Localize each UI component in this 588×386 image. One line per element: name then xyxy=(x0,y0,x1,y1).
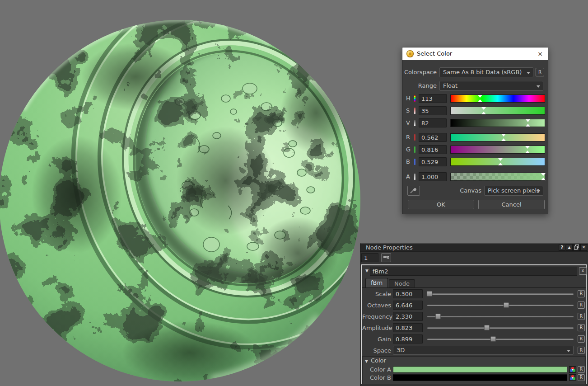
dialog-title: Select Color xyxy=(417,50,452,57)
color-b-row: Color B R xyxy=(362,374,586,381)
param-row-amplitude: Amplitude 0.823 R xyxy=(362,323,586,333)
range-label: Range xyxy=(402,81,437,91)
slider-handle[interactable] xyxy=(426,291,432,297)
range-dropdown[interactable]: Float xyxy=(439,81,543,91)
reset-button[interactable]: R xyxy=(578,301,585,309)
reset-button[interactable]: R xyxy=(578,366,585,373)
value-value-field[interactable]: 82 xyxy=(419,118,447,127)
slider-marker-bottom[interactable] xyxy=(526,124,530,127)
frequency-slider[interactable] xyxy=(426,312,574,321)
octaves-slider[interactable] xyxy=(426,301,574,310)
cancel-button[interactable]: Cancel xyxy=(478,200,545,209)
reset-button[interactable]: R xyxy=(578,290,585,297)
reset-button[interactable]: R xyxy=(578,374,585,381)
max-panels-field[interactable]: 1 xyxy=(361,253,378,262)
slider-marker-top[interactable] xyxy=(541,173,546,176)
reset-button[interactable]: R xyxy=(578,313,585,320)
param-label: Frequency xyxy=(362,312,391,321)
saturation-value-field[interactable]: 35 xyxy=(419,106,447,115)
colorspace-value: Same As 8 bit Data (sRGB) xyxy=(443,69,522,75)
color-b-swatch[interactable] xyxy=(393,374,567,381)
slider-handle[interactable] xyxy=(504,302,509,308)
color-group-header[interactable]: ▼Color xyxy=(365,357,386,364)
red-value-field[interactable]: 0.562 xyxy=(419,133,447,142)
color-a-swatch[interactable] xyxy=(393,366,567,373)
panel-title: Node Properties xyxy=(366,244,413,251)
dialog-titlebar[interactable]: Select Color × xyxy=(402,47,548,60)
value-channel-row: V 82 xyxy=(402,118,549,127)
reset-button[interactable]: R xyxy=(578,335,585,343)
slider-marker-bottom[interactable] xyxy=(498,163,503,165)
scale-value-field[interactable]: 0.300 xyxy=(393,289,423,298)
slider-handle[interactable] xyxy=(484,325,490,331)
slider-handle[interactable] xyxy=(435,314,441,320)
octaves-value-field[interactable]: 6.646 xyxy=(393,301,423,310)
alpha-gradient xyxy=(451,173,545,180)
reset-button[interactable]: R xyxy=(578,347,585,354)
red-gradient xyxy=(451,134,545,141)
slider-marker-bottom[interactable] xyxy=(541,178,546,180)
slider-marker-bottom[interactable] xyxy=(481,112,486,114)
scale-slider[interactable] xyxy=(426,289,574,299)
eyedropper-button[interactable] xyxy=(407,186,420,196)
gain-value-field[interactable]: 0.899 xyxy=(393,334,423,344)
slider-marker-top[interactable] xyxy=(498,158,503,161)
color-wheel-icon[interactable] xyxy=(569,374,576,381)
red-channel-row: R 0.562 xyxy=(402,133,549,142)
clear-panels-button[interactable] xyxy=(381,253,391,262)
alpha-value-field[interactable]: 1.000 xyxy=(419,172,447,181)
slider-marker-top[interactable] xyxy=(525,146,530,149)
alpha-channel-row: A 1.000 xyxy=(402,172,549,181)
frequency-value-field[interactable]: 2.330 xyxy=(393,312,423,321)
hue-indicator-icon xyxy=(414,95,415,102)
value-gradient xyxy=(451,119,545,127)
panel-header[interactable]: Node Properties ? ▲ ✕ xyxy=(360,243,588,252)
space-dropdown[interactable]: 3D xyxy=(393,346,574,355)
alpha-slider[interactable] xyxy=(450,173,545,181)
param-row-frequency: Frequency 2.330 R xyxy=(362,312,586,321)
red-indicator-icon xyxy=(414,134,415,141)
value-indicator-icon xyxy=(414,120,415,126)
space-value: 3D xyxy=(397,347,405,353)
ok-button[interactable]: OK xyxy=(408,200,474,209)
tab-node[interactable]: Node xyxy=(389,279,415,287)
slider-marker-top[interactable] xyxy=(526,119,530,122)
channel-label: A xyxy=(406,172,413,181)
canvas-label: Canvas xyxy=(448,186,481,196)
blue-slider[interactable] xyxy=(450,158,545,166)
colorspace-dropdown[interactable]: Same As 8 bit Data (sRGB) xyxy=(439,67,533,77)
slider-marker-top[interactable] xyxy=(481,107,486,110)
canvas-dropdown[interactable]: Pick screen pixels xyxy=(484,186,543,196)
value-slider[interactable] xyxy=(450,119,545,127)
gain-slider[interactable] xyxy=(426,334,574,344)
node-name-field[interactable]: fBm2 xyxy=(370,267,577,276)
reset-button[interactable]: R xyxy=(578,324,585,331)
slider-marker-bottom[interactable] xyxy=(478,99,482,102)
float-window-icon[interactable] xyxy=(573,244,580,251)
slider-marker-top[interactable] xyxy=(478,95,482,98)
green-slider[interactable] xyxy=(450,146,545,154)
red-slider[interactable] xyxy=(450,133,545,141)
collapse-triangle-icon[interactable]: ▼ xyxy=(365,268,369,273)
saturation-indicator-icon xyxy=(414,108,415,114)
minimize-icon[interactable]: ▲ xyxy=(566,244,573,251)
close-icon[interactable]: × xyxy=(535,49,545,59)
slider-marker-bottom[interactable] xyxy=(501,138,506,141)
hue-value-field[interactable]: 113 xyxy=(419,94,447,103)
channel-label: V xyxy=(406,118,413,127)
close-node-panel-button[interactable]: x xyxy=(579,267,587,275)
amplitude-value-field[interactable]: 0.823 xyxy=(393,323,423,332)
close-panel-icon[interactable]: ✕ xyxy=(580,244,587,251)
saturation-slider[interactable] xyxy=(450,107,545,115)
green-value-field[interactable]: 0.816 xyxy=(419,145,447,154)
slider-marker-bottom[interactable] xyxy=(525,151,530,153)
slider-marker-top[interactable] xyxy=(501,134,506,137)
hue-slider[interactable] xyxy=(450,94,545,103)
slider-handle[interactable] xyxy=(490,336,496,342)
amplitude-slider[interactable] xyxy=(426,323,574,333)
tab-fbm[interactable]: fBm xyxy=(365,278,388,287)
help-icon[interactable]: ? xyxy=(559,244,565,251)
color-wheel-icon[interactable] xyxy=(569,366,576,373)
colorspace-reset-button[interactable]: R xyxy=(536,68,544,76)
blue-value-field[interactable]: 0.529 xyxy=(419,157,447,166)
